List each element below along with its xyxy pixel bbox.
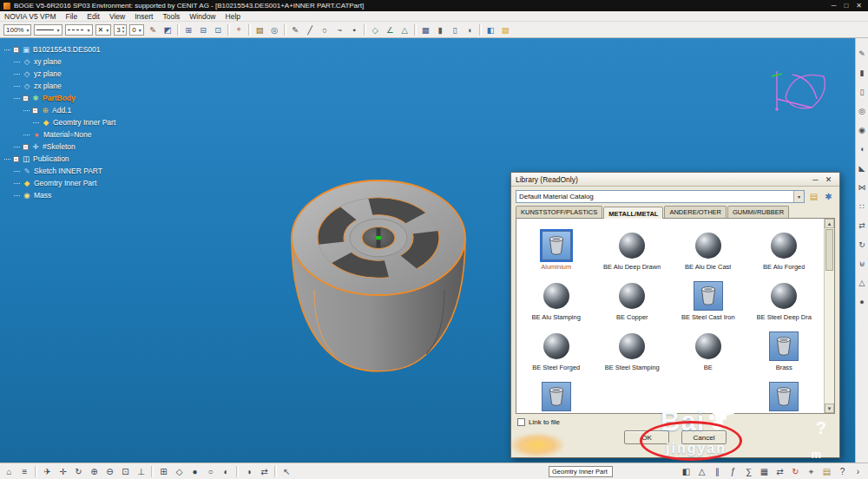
material-thumb[interactable] [694,231,723,260]
catalog-icon[interactable]: ▤ [253,23,266,36]
scrollbar-thumb[interactable] [825,229,833,271]
zoom-in-icon[interactable]: ⊕ [88,465,101,478]
pan-icon[interactable]: ✛ [56,465,69,478]
pocket-icon[interactable]: ▯ [857,87,867,97]
tree-item-add-1[interactable]: −⊕Add.1 [3,104,207,116]
hole-icon[interactable]: ◉ [857,125,867,135]
menu-edit[interactable]: Edit [87,12,100,21]
material-thumb[interactable] [542,231,571,260]
spinner-arrows-icon[interactable]: ▴▾ [122,25,125,34]
pencil-icon[interactable]: ✎ [289,23,302,36]
measure-tool-icon[interactable]: △ [857,278,867,288]
minimize-button[interactable]: ─ [832,2,837,10]
boolean-icon[interactable]: ⊎ [857,259,867,269]
material-brass[interactable]: Brass [746,331,823,371]
tree-item-zx-plane[interactable]: ◇zx plane [3,80,207,92]
update-icon[interactable]: ↻ [789,465,802,478]
scrollbar-track[interactable] [825,272,834,404]
close-button[interactable]: ✕ [856,2,862,10]
menu-novia-v5-vpm[interactable]: NOVIA V5 VPM [4,12,56,21]
axis-system-icon[interactable]: ⌖ [805,465,818,478]
measure-between-icon[interactable]: ∥ [711,465,724,478]
expander-icon[interactable]: − [13,47,19,53]
material-partial[interactable] [746,382,823,413]
tree-item-publication[interactable]: −◫Publication [3,153,207,165]
material-thumb[interactable] [542,331,571,361]
shaft-icon[interactable]: ◎ [857,106,867,116]
power-input-icon[interactable]: › [852,465,865,478]
magnifier-grid-icon[interactable]: ⊡ [212,23,225,36]
macro-icon[interactable]: ▦ [758,465,771,478]
line-icon[interactable]: ╱ [304,23,317,36]
expander-icon[interactable]: − [23,144,29,150]
view-compass[interactable] [766,64,836,127]
material-thumb[interactable] [617,281,647,311]
translate-icon[interactable]: ⇄ [857,220,867,231]
material-be-alu-die-cast[interactable]: BE Alu Die Cast [670,231,746,271]
axis-origin-icon[interactable]: ⌖ [233,23,246,36]
tree-item-geomtry-inner-part[interactable]: ◆Geomtry Inner Part [3,116,207,128]
measure-icon[interactable]: △ [398,23,411,36]
fit-all-icon[interactable]: ⊡ [119,465,132,478]
material-ball-icon[interactable]: ● [857,297,867,307]
fly-mode-icon[interactable]: ✈ [41,465,54,478]
zoom-select[interactable]: 100% ▾ [3,24,31,36]
menu-view[interactable]: View [109,12,125,21]
normal-view-icon[interactable]: ⊥ [135,465,148,478]
material-aluminium[interactable]: Aluminium [518,231,595,271]
material-thumb[interactable] [617,331,647,361]
cancel-button[interactable]: Cancel [681,430,727,444]
fillet-icon[interactable]: ◖ [464,23,477,36]
constraint-icon[interactable]: ∠ [384,23,397,36]
material-thumb[interactable] [542,281,571,311]
link-manager-icon[interactable]: ⇄ [773,465,786,478]
menu-file[interactable]: File [66,12,78,21]
line-weight-select[interactable]: ▾ [34,24,62,36]
material-be-steel-cast-iron[interactable]: BE Steel Cast Iron [670,281,746,321]
material-partial[interactable] [518,382,595,413]
macro-icon[interactable]: ▦ [419,23,432,36]
mirror-icon[interactable]: ⋈ [857,182,867,193]
tree-item-b10215543-des001[interactable]: −▣B10215543.DES001 [3,43,207,56]
material-thumb[interactable] [694,281,723,311]
shading-icon[interactable]: ● [188,465,201,478]
line-style-select[interactable]: ▾ [65,24,93,36]
sketcher-icon[interactable]: ✎ [857,49,867,59]
spec-tree-icon[interactable]: ≡ [18,465,31,478]
swap-space-icon[interactable]: ⇄ [258,465,271,478]
dialog-close-button[interactable]: ✕ [822,175,835,184]
tree-item-partbody[interactable]: −✱PartBody [3,92,207,104]
material-be-copper[interactable]: BE Copper [595,281,671,321]
scroll-up-icon[interactable]: ▲ [825,219,834,228]
iso-view-icon[interactable]: ◇ [173,465,186,478]
grid-icon[interactable]: ⊞ [182,23,195,36]
pad-icon[interactable]: ▮ [434,23,447,36]
catalog-browser-icon[interactable]: ▤ [820,465,833,478]
tree-item-mass[interactable]: ◉Mass [3,189,207,201]
expander-icon[interactable]: − [32,108,38,114]
catalog-up-icon[interactable]: ✱ [822,190,835,203]
pad-icon[interactable]: ▮ [857,68,867,78]
snap-to-grid-icon[interactable]: ⊟ [197,23,210,36]
painter-icon[interactable]: ✎ [147,23,160,36]
point-symbol-select[interactable]: ✕ ▾ [95,24,112,36]
dialog-minimize-button[interactable]: ─ [809,175,822,184]
part-3d-model[interactable] [279,168,481,384]
dialog-titlebar[interactable]: Library (ReadOnly) ─ ✕ [511,173,839,187]
material-thumb[interactable] [769,382,799,411]
spline-icon[interactable]: ~ [333,23,346,36]
material-thumb[interactable] [769,231,799,260]
material-be-alu-deep-drawn[interactable]: BE Alu Deep Drawn [595,231,671,271]
tree-item-sketch-inner-part[interactable]: ✎Sketch INNER PART [3,165,207,177]
pocket-icon[interactable]: ▯ [449,23,462,36]
viewport-3d[interactable]: −▣B10215543.DES001◇xy plane◇yz plane◇zx … [0,38,855,463]
vertical-scrollbar[interactable]: ▲ ▼ [824,219,834,413]
material-be-alu-stamping[interactable]: BE Alu Stamping [518,281,595,321]
chevron-down-icon[interactable]: ▾ [793,191,804,202]
knowledge-fx-icon[interactable]: ƒ [727,465,740,478]
circle-icon[interactable]: ○ [319,23,332,36]
tree-item-geomtry-inner-part[interactable]: ◆Geomtry Inner Part [3,177,207,189]
material-thumb[interactable] [694,331,723,361]
tab-gummi-rubber[interactable]: GUMMI/RUBBER [727,206,789,218]
menu-window[interactable]: Window [189,12,215,21]
